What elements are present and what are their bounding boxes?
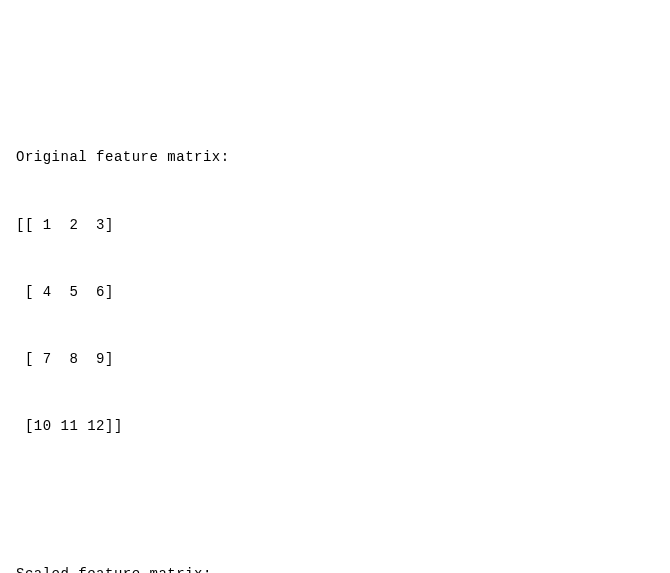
matrix-row: [ 4 5 6] (16, 281, 654, 303)
matrix-row: [ 7 8 9] (16, 348, 654, 370)
matrix-row: [[ 1 2 3] (16, 214, 654, 236)
scaled-feature-section: Scaled feature matrix: [[-1.34164079 -1.… (16, 519, 654, 573)
scaled-feature-title: Scaled feature matrix: (16, 563, 654, 573)
original-feature-section: Original feature matrix: [[ 1 2 3] [ 4 5… (16, 102, 654, 460)
original-feature-title: Original feature matrix: (16, 146, 654, 168)
matrix-row: [10 11 12]] (16, 415, 654, 437)
